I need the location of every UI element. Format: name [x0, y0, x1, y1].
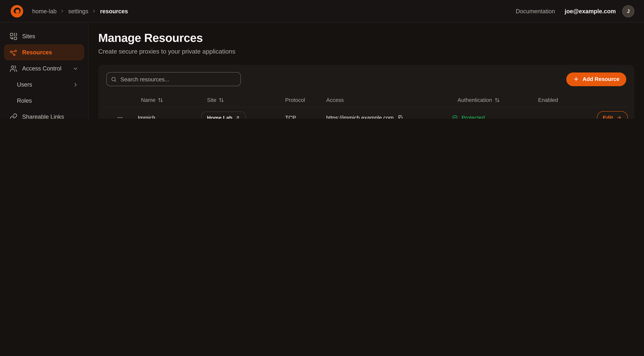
column-header-access: Access — [326, 97, 452, 103]
access-cell: https://immich.example.com — [326, 115, 452, 119]
search-wrap — [106, 72, 241, 86]
plus-icon — [573, 76, 579, 82]
sidebar-item-sites[interactable]: Sites — [4, 28, 84, 44]
row-menu-button[interactable] — [105, 114, 135, 119]
resource-name: Immich — [135, 115, 202, 119]
arrow-right-icon — [616, 115, 622, 119]
edit-cell: Edit — [595, 111, 628, 119]
search-input[interactable] — [106, 72, 241, 86]
resources-card: Add Resource Name Site P — [98, 65, 634, 119]
authentication-value: Protected — [462, 115, 485, 119]
edit-label: Edit — [603, 115, 613, 119]
sidebar: Sites Resources Access Control — [0, 22, 88, 119]
combine-icon — [10, 32, 17, 40]
arrow-up-right-icon — [235, 115, 240, 119]
site-link-chip[interactable]: Home Lab — [202, 112, 246, 119]
site-cell: Home Lab — [202, 112, 246, 119]
sidebar-item-label: Resources — [22, 49, 52, 56]
table-row: Immich Home Lab TCP https://immich.examp… — [105, 107, 628, 119]
sort-icon — [494, 98, 500, 103]
sidebar-item-label: Sites — [22, 33, 35, 40]
breadcrumb-separator-icon — [60, 8, 65, 14]
column-header-authentication[interactable]: Authentication — [452, 97, 538, 103]
user-email[interactable]: joe@example.com — [565, 8, 616, 14]
sidebar-item-label: Shareable Links — [22, 114, 64, 119]
sidebar-item-roles[interactable]: Roles — [4, 92, 84, 109]
column-header-protocol: Protocol — [285, 97, 326, 103]
documentation-link[interactable]: Documentation — [516, 8, 555, 14]
resources-table: Name Site Protocol Access Authentication — [105, 94, 628, 119]
shield-check-icon — [452, 115, 458, 119]
access-value: https://immich.example.com — [326, 115, 394, 119]
sidebar-item-label: Access Control — [22, 65, 62, 72]
table-body: Immich Home Lab TCP https://immich.examp… — [105, 107, 628, 119]
app-window: home-lab settings resources Documentatio… — [0, 0, 644, 119]
table-header-row: Name Site Protocol Access Authentication — [105, 94, 628, 107]
sidebar-item-label: Users — [17, 81, 32, 88]
page-title: Manage Resources — [98, 32, 634, 45]
breadcrumb-settings[interactable]: settings — [68, 8, 88, 14]
copy-icon — [398, 115, 403, 119]
breadcrumb-separator-icon — [92, 8, 97, 14]
protocol-value: TCP — [285, 115, 326, 119]
sidebar-item-users[interactable]: Users — [4, 76, 84, 92]
sidebar-item-label: Roles — [17, 98, 32, 104]
breadcrumb: home-lab settings resources — [32, 8, 128, 14]
link-icon — [10, 113, 17, 119]
users-icon — [10, 65, 17, 72]
chevron-right-icon — [72, 82, 78, 88]
pangolin-logo-icon[interactable] — [10, 4, 24, 18]
column-header-site[interactable]: Site — [202, 97, 285, 103]
ellipsis-icon — [117, 114, 123, 119]
waypoints-icon — [10, 48, 17, 56]
page-subtitle: Create secure proxies to your private ap… — [98, 48, 634, 55]
add-resource-label: Add Resource — [582, 76, 620, 82]
breadcrumb-resources[interactable]: resources — [100, 8, 128, 14]
topbar: home-lab settings resources Documentatio… — [0, 0, 644, 22]
breadcrumb-home-lab[interactable]: home-lab — [32, 8, 56, 14]
add-resource-button[interactable]: Add Resource — [566, 72, 626, 86]
column-header-name[interactable]: Name — [135, 97, 202, 103]
shell: Sites Resources Access Control — [0, 22, 644, 119]
sidebar-nav: Sites Resources Access Control — [0, 28, 88, 119]
sidebar-item-shareable-links[interactable]: Shareable Links — [4, 109, 84, 119]
card-toolbar: Add Resource — [105, 72, 628, 86]
sidebar-item-resources[interactable]: Resources — [4, 44, 84, 60]
sidebar-item-access-control[interactable]: Access Control — [4, 60, 84, 76]
edit-button[interactable]: Edit — [597, 111, 628, 119]
sort-icon — [219, 98, 224, 103]
site-name: Home Lab — [207, 115, 232, 119]
topbar-right: Documentation joe@example.com J — [516, 5, 634, 17]
authentication-cell: Protected — [452, 115, 538, 119]
sort-icon — [158, 98, 163, 103]
avatar[interactable]: J — [622, 5, 634, 17]
main-content: Manage Resources Create secure proxies t… — [88, 22, 644, 119]
search-icon — [111, 76, 117, 82]
chevron-down-icon — [72, 66, 78, 72]
column-header-enabled: Enabled — [538, 97, 595, 103]
copy-button[interactable] — [398, 115, 403, 119]
